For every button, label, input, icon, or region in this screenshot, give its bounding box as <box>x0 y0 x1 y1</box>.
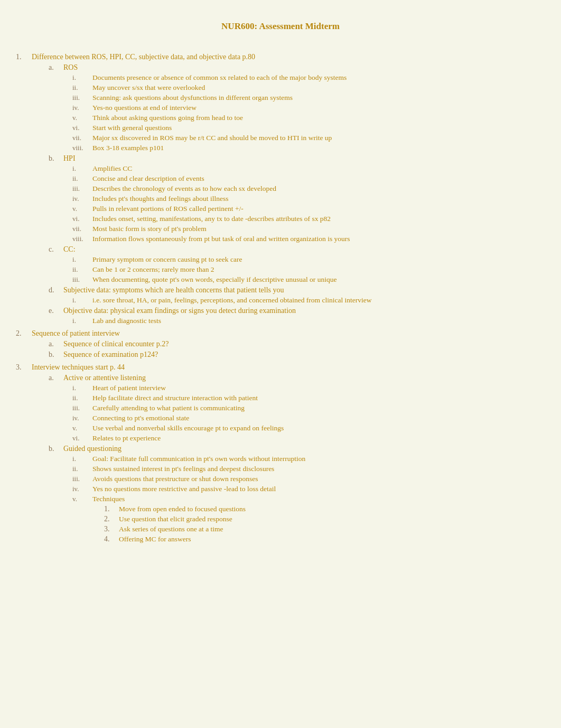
list-item: ROS Documents presence or absence of com… <box>63 63 540 152</box>
list-item: Techniques Move from open ended to focus… <box>92 495 540 543</box>
item-label: Connecting to pt's emotional state <box>92 414 189 422</box>
list-item: HPI Amplifies CC Concise and clear descr… <box>63 154 540 243</box>
list-item: Concise and clear description of events <box>92 174 540 183</box>
list-item: Includes onset, setting, manifestations,… <box>92 215 540 223</box>
list-item: Active or attentive listening Heart of p… <box>63 374 540 443</box>
item-label: Offering MC for answers <box>119 535 191 543</box>
list-item: Relates to pt experience <box>92 434 540 443</box>
list-item: Can be 1 or 2 concerns; rarely more than… <box>92 265 540 274</box>
list-item: Includes pt's thoughts and feelings abou… <box>92 195 540 203</box>
main-content: Difference between ROS, HPI, CC, subject… <box>21 53 540 543</box>
item-label: Yes no questions more restrictive and pa… <box>92 485 276 493</box>
item-label: Guided questioning <box>63 445 121 453</box>
item-label: Includes pt's thoughts and feelings abou… <box>92 195 228 202</box>
list-item: May uncover s/sx that were overlooked <box>92 84 540 92</box>
list-item: Use verbal and nonverbal skills encourag… <box>92 424 540 432</box>
item-label: Move from open ended to focused question… <box>119 505 246 513</box>
page-title: NUR600: Assessment Midterm <box>21 21 540 32</box>
sub-list-i: Heart of patient interview Help facilita… <box>63 384 540 443</box>
item-label: Box 3-18 examples p101 <box>92 144 164 152</box>
item-label: Documents presence or absence of common … <box>92 73 347 81</box>
list-item: Sequence of clinical encounter p.2? <box>63 340 540 348</box>
list-item: Pulls in relevant portions of ROS called… <box>92 205 540 213</box>
item-label: Lab and diagnostic tests <box>92 317 161 325</box>
item-label: Information flows spontaneously from pt … <box>92 235 350 243</box>
item-label: Carefully attending to what patient is c… <box>92 404 245 412</box>
item-label: Most basic form is story of pt's problem <box>92 225 207 233</box>
item-label: Interview techniques start p. 44 <box>32 363 125 371</box>
list-item: Move from open ended to focused question… <box>119 505 540 513</box>
list-item: Lab and diagnostic tests <box>92 317 540 325</box>
item-label: Shows sustained interest in pt's feeling… <box>92 465 274 473</box>
list-item: Yes-no questions at end of interview <box>92 104 540 112</box>
sub-list-i: Documents presence or absence of common … <box>63 73 540 152</box>
list-item: Major sx discovered in ROS may be r/t CC… <box>92 134 540 142</box>
item-label: Relates to pt experience <box>92 434 161 442</box>
list-item: When documenting, quote pt's own words, … <box>92 275 540 284</box>
item-label: Active or attentive listening <box>63 374 146 382</box>
item-label: Objective data: physical exam findings o… <box>63 307 296 315</box>
sub-list-a: Active or attentive listening Heart of p… <box>32 374 540 543</box>
item-label: Scanning: ask questions about dysfunctio… <box>92 94 293 102</box>
list-item: Connecting to pt's emotional state <box>92 414 540 422</box>
list-item: Goal: Facilitate full communication in p… <box>92 455 540 463</box>
item-label: Pulls in relevant portions of ROS called… <box>92 205 244 213</box>
list-item: Ask series of questions one at a time <box>119 525 540 533</box>
list-item: Objective data: physical exam findings o… <box>63 307 540 325</box>
item-label: Sequence of patient interview <box>32 329 120 337</box>
item-label: Ask series of questions one at a time <box>119 525 223 533</box>
item-label: ROS <box>63 63 78 71</box>
list-item: Scanning: ask questions about dysfunctio… <box>92 94 540 102</box>
list-item: Heart of patient interview <box>92 384 540 392</box>
list-item: Difference between ROS, HPI, CC, subject… <box>32 53 540 325</box>
sub-list-i: Amplifies CC Concise and clear descripti… <box>63 164 540 243</box>
item-label: i.e. sore throat, HA, or pain, feelings,… <box>92 296 372 304</box>
item-label: Can be 1 or 2 concerns; rarely more than… <box>92 265 214 273</box>
list-item: Sequence of examination p124? <box>63 351 540 359</box>
item-label: Think about asking questions going from … <box>92 114 243 122</box>
item-label: Goal: Facilitate full communication in p… <box>92 455 305 463</box>
item-label: Heart of patient interview <box>92 384 166 392</box>
list-item: Use question that elicit graded response <box>119 515 540 523</box>
list-item: Interview techniques start p. 44 Active … <box>32 363 540 543</box>
list-item: Most basic form is story of pt's problem <box>92 225 540 233</box>
item-label: Difference between ROS, HPI, CC, subject… <box>32 53 255 61</box>
item-label: CC: <box>63 245 76 253</box>
item-label: Yes-no questions at end of interview <box>92 104 197 112</box>
sub-list-a: Sequence of clinical encounter p.2? Sequ… <box>32 340 540 359</box>
list-item: Information flows spontaneously from pt … <box>92 235 540 243</box>
item-label: Sequence of clinical encounter p.2? <box>63 340 169 348</box>
list-item: Yes no questions more restrictive and pa… <box>92 485 540 493</box>
list-item: Box 3-18 examples p101 <box>92 144 540 152</box>
list-item: Documents presence or absence of common … <box>92 73 540 82</box>
item-label: Avoids questions that prestructure or sh… <box>92 475 258 483</box>
list-item: Offering MC for answers <box>119 535 540 543</box>
item-label: May uncover s/sx that were overlooked <box>92 84 205 91</box>
item-label: Use verbal and nonverbal skills encourag… <box>92 424 284 432</box>
item-label: Major sx discovered in ROS may be r/t CC… <box>92 134 332 142</box>
sub-list-i: i.e. sore throat, HA, or pain, feelings,… <box>63 296 540 305</box>
item-label: Use question that elicit graded response <box>119 515 232 523</box>
item-label: Concise and clear description of events <box>92 174 204 182</box>
item-label: When documenting, quote pt's own words, … <box>92 275 336 283</box>
item-label: Start with general questions <box>92 124 172 132</box>
item-label: Amplifies CC <box>92 164 132 172</box>
item-label: Includes onset, setting, manifestations,… <box>92 215 331 223</box>
sub-list-num: Move from open ended to focused question… <box>92 505 540 543</box>
item-label: Techniques <box>92 495 125 503</box>
list-item: Carefully attending to what patient is c… <box>92 404 540 412</box>
sub-list-i: Primary symptom or concern causing pt to… <box>63 255 540 284</box>
list-item: Subjective data: symptoms which are heal… <box>63 286 540 305</box>
item-label: Sequence of examination p124? <box>63 351 158 358</box>
item-label: Primary symptom or concern causing pt to… <box>92 255 242 263</box>
top-level-list: Difference between ROS, HPI, CC, subject… <box>32 53 540 543</box>
sub-list-i: Goal: Facilitate full communication in p… <box>63 455 540 543</box>
item-label: HPI <box>63 154 76 162</box>
list-item: CC: Primary symptom or concern causing p… <box>63 245 540 284</box>
item-label: Describes the chronology of events as to… <box>92 185 276 192</box>
list-item: Describes the chronology of events as to… <box>92 185 540 193</box>
item-label: Help facilitate direct and structure int… <box>92 394 258 402</box>
item-label: Subjective data: symptoms which are heal… <box>63 286 284 294</box>
list-item: Help facilitate direct and structure int… <box>92 394 540 402</box>
list-item: Guided questioning Goal: Facilitate full… <box>63 445 540 543</box>
